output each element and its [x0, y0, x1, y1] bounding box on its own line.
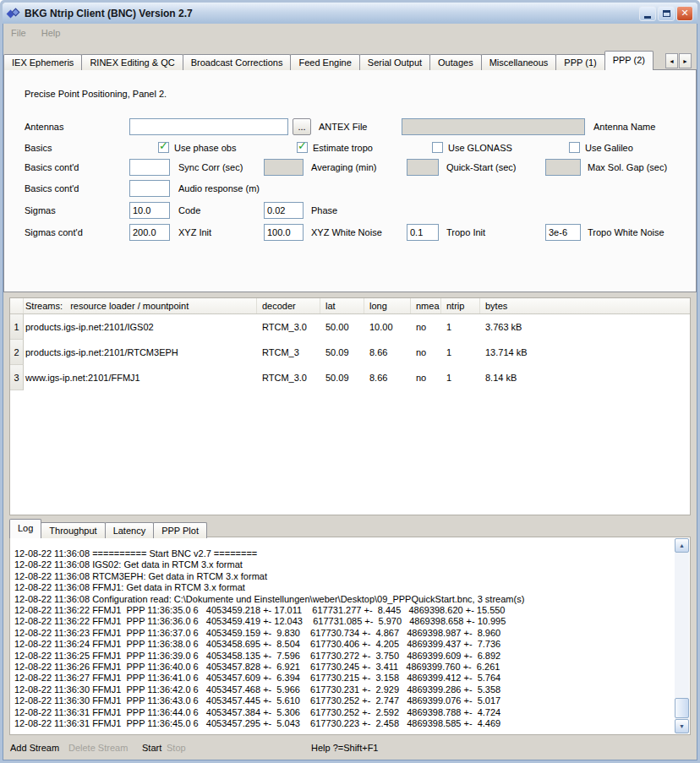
stream-long[interactable]: 8.66 — [364, 365, 411, 390]
maximize-button[interactable] — [658, 6, 675, 21]
stream-nmea[interactable]: no — [411, 314, 441, 340]
quick-start-input[interactable] — [407, 159, 439, 176]
use-glonass-checkbox[interactable] — [432, 142, 443, 153]
minimize-button[interactable] — [639, 6, 656, 21]
audio-response-label: Audio response (m) — [178, 180, 260, 197]
quick-start-label: Quick-Start (sec) — [446, 159, 517, 176]
tab-scroll-right-icon[interactable]: ► — [679, 53, 692, 68]
antex-browse-button[interactable]: ... — [293, 118, 311, 135]
averaging-input[interactable] — [264, 159, 304, 176]
log-line: 12-08-22 11:36:23 FFMJ1 PPP 11:36:37.0 6… — [14, 628, 671, 639]
log-line: 12-08-22 11:36:31 FFMJ1 PPP 11:36:45.0 6… — [14, 718, 671, 729]
stream-row[interactable]: 3 www.igs-ip.net:2101/FFMJ1 RTCM_3.0 50.… — [10, 365, 690, 390]
tab-latency[interactable]: Latency — [105, 522, 155, 538]
antennas-input[interactable] — [129, 118, 288, 135]
estimate-tropo-label[interactable]: Estimate tropo — [313, 139, 373, 156]
log-scrollbar[interactable]: ▲ ▼ — [675, 538, 689, 733]
use-galileo-checkbox[interactable] — [569, 142, 580, 153]
streams-table: Streams: resource loader / mountpoint de… — [9, 297, 691, 515]
log-line: 12-08-22 11:36:25 FFMJ1 PPP 11:36:39.0 6… — [14, 651, 671, 662]
menu-help[interactable]: Help — [40, 26, 63, 40]
estimate-tropo-checkbox[interactable] — [297, 142, 308, 153]
use-glonass-label[interactable]: Use GLONASS — [448, 139, 512, 156]
stream-ntrip[interactable]: 1 — [441, 314, 480, 340]
antex-file-input[interactable] — [402, 118, 585, 135]
tropo-white-noise-input[interactable] — [545, 224, 581, 241]
close-button[interactable]: ✕ — [676, 6, 693, 21]
maximize-icon — [663, 10, 670, 17]
use-phase-obs-label[interactable]: Use phase obs — [174, 139, 236, 156]
use-phase-obs-checkbox[interactable] — [158, 142, 169, 153]
stream-decoder[interactable]: RTCM_3.0 — [257, 365, 320, 390]
stream-decoder[interactable]: RTCM_3 — [257, 340, 320, 365]
stream-ntrip[interactable]: 1 — [441, 340, 480, 365]
sigma-phase-input[interactable] — [264, 202, 304, 219]
log-line: 12-08-22 11:36:08 ========== Start BNC v… — [14, 548, 671, 559]
log-line: 12-08-22 11:36:30 FFMJ1 PPP 11:36:42.0 6… — [14, 684, 671, 695]
row-number: 1 — [10, 314, 24, 340]
tab-throughput[interactable]: Throughput — [41, 522, 105, 538]
title-bar[interactable]: BKG Ntrip Client (BNC) Version 2.7 ✕ — [3, 3, 697, 24]
stream-lat[interactable]: 50.09 — [320, 365, 364, 390]
max-sol-gap-input[interactable] — [545, 159, 581, 176]
basics-label: Basics — [25, 139, 52, 156]
stream-row[interactable]: 2 products.igs-ip.net:2101/RTCM3EPH RTCM… — [10, 340, 690, 365]
stream-lat[interactable]: 50.09 — [320, 340, 364, 365]
stream-lat[interactable]: 50.00 — [320, 314, 364, 340]
scroll-down-icon[interactable]: ▼ — [675, 719, 689, 733]
tab-miscellaneous[interactable]: Miscellaneous — [481, 54, 557, 70]
log-line: 12-08-22 11:36:26 FFMJ1 PPP 11:36:40.0 6… — [14, 662, 671, 673]
stream-mountpoint[interactable]: products.igs-ip.net:2101/IGS02 — [24, 314, 257, 340]
stream-long[interactable]: 10.00 — [364, 314, 411, 340]
stream-bytes[interactable]: 3.763 kB — [480, 314, 690, 340]
stop-button[interactable]: Stop — [167, 735, 186, 760]
stream-nmea[interactable]: no — [411, 365, 441, 390]
stream-bytes[interactable]: 13.714 kB — [480, 340, 690, 365]
sync-corr-input[interactable] — [129, 159, 170, 176]
use-galileo-label[interactable]: Use Galileo — [585, 139, 633, 156]
bottom-tab-bar: Log Throughput Latency PPP Plot — [9, 519, 206, 538]
audio-response-input[interactable] — [129, 180, 170, 197]
header-mountpoint: Streams: resource loader / mountpoint — [24, 298, 257, 313]
stream-row[interactable]: 1 products.igs-ip.net:2101/IGS02 RTCM_3.… — [10, 314, 690, 340]
log-text: 12-08-22 11:36:08 ========== Start BNC v… — [14, 548, 671, 734]
tab-outages[interactable]: Outages — [429, 54, 482, 70]
averaging-label: Averaging (min) — [311, 159, 376, 176]
log-line: 12-08-22 11:36:08 RTCM3EPH: Get data in … — [14, 571, 671, 582]
tab-ppp-2[interactable]: PPP (2) — [604, 51, 654, 70]
tab-rinex-editing-qc[interactable]: RINEX Editing & QC — [81, 54, 183, 70]
stream-mountpoint[interactable]: products.igs-ip.net:2101/RTCM3EPH — [24, 340, 257, 365]
basics-contd2-row: Basics cont'd Audio response (m) — [4, 180, 696, 197]
basics-contd-label: Basics cont'd — [25, 159, 79, 176]
tab-ppp-plot[interactable]: PPP Plot — [153, 522, 207, 538]
scroll-up-icon[interactable]: ▲ — [675, 538, 689, 553]
menu-file[interactable]: File — [9, 26, 28, 40]
stream-decoder[interactable]: RTCM_3.0 — [257, 314, 320, 340]
tab-ppp-1[interactable]: PPP (1) — [555, 54, 604, 70]
xyz-white-noise-input[interactable] — [264, 224, 304, 241]
add-stream-button[interactable]: Add Stream — [10, 735, 59, 760]
tropo-init-input[interactable] — [407, 224, 439, 241]
stream-bytes[interactable]: 8.14 kB — [480, 365, 690, 390]
start-button[interactable]: Start — [142, 735, 161, 760]
antenna-name-label: Antenna Name — [593, 118, 655, 135]
tab-log[interactable]: Log — [9, 519, 41, 538]
scrollbar-thumb[interactable] — [675, 698, 689, 718]
stream-ntrip[interactable]: 1 — [441, 365, 480, 390]
stream-mountpoint[interactable]: www.igs-ip.net:2101/FFMJ1 — [24, 365, 257, 390]
tab-serial-output[interactable]: Serial Output — [359, 54, 430, 70]
header-lat: lat — [320, 298, 364, 313]
header-long: long — [364, 298, 411, 313]
stream-long[interactable]: 8.66 — [364, 340, 411, 365]
sigma-code-input[interactable] — [129, 202, 170, 219]
tab-scroll-left-icon[interactable]: ◄ — [665, 53, 678, 68]
delete-stream-button[interactable]: Delete Stream — [68, 735, 128, 760]
xyz-init-input[interactable] — [129, 224, 170, 241]
tab-ephemeris[interactable]: IEX Ephemeris — [3, 54, 82, 70]
sync-corr-label: Sync Corr (sec) — [178, 159, 243, 176]
stream-nmea[interactable]: no — [411, 340, 441, 365]
tab-broadcast-corrections[interactable]: Broadcast Corrections — [183, 54, 292, 70]
basics-contd-row: Basics cont'd Sync Corr (sec) Averaging … — [4, 159, 696, 176]
tab-feed-engine[interactable]: Feed Engine — [290, 54, 359, 70]
antennas-label: Antennas — [25, 118, 63, 135]
